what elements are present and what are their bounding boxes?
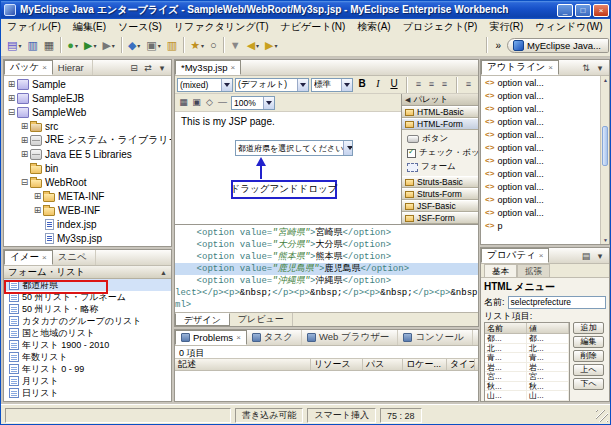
- unordered-list-icon[interactable]: ≡: [475, 78, 478, 91]
- code-line[interactable]: <option value="宮崎県">宮崎県</option>: [175, 227, 478, 239]
- column-header[interactable]: リソース: [311, 359, 363, 370]
- close-button[interactable]: ×: [593, 4, 609, 17]
- close-tab-icon[interactable]: ×: [42, 63, 47, 72]
- view-tab[interactable]: Web ブラウザー: [302, 330, 398, 345]
- menu-item[interactable]: 実行(R): [483, 20, 529, 34]
- maximize-button[interactable]: □: [575, 4, 591, 17]
- resize-grip[interactable]: [596, 410, 608, 422]
- palette-drawer-JSF-Basic[interactable]: JSF-Basic: [402, 200, 478, 212]
- palette-item-フォーム[interactable]: フォーム: [402, 160, 478, 174]
- tree-item[interactable]: ⊞ JRE システム・ライブラリー [: [4, 133, 171, 147]
- view-tab[interactable]: コンソール: [398, 330, 472, 345]
- view-tab[interactable]: イメー ×: [4, 250, 53, 265]
- list-item-row[interactable]: 都... 都...: [485, 334, 569, 344]
- form-list-item[interactable]: 日リスト: [4, 387, 171, 399]
- sort-icon[interactable]: ⇅: [579, 62, 593, 75]
- palette-item-チェック・ボックス[interactable]: チェック・ボックス: [402, 146, 478, 160]
- menu-item[interactable]: ファイル(F): [1, 20, 67, 34]
- new-web-component-icon[interactable]: ★▾: [187, 36, 207, 54]
- close-tab-icon[interactable]: ×: [230, 63, 235, 72]
- outline-item[interactable]: <> p: [481, 219, 609, 232]
- perspective-overflow-icon[interactable]: »: [493, 36, 505, 54]
- run-server-icon[interactable]: ▣▾: [143, 36, 163, 54]
- insert-hr-icon[interactable]: —: [216, 96, 229, 109]
- list-item-row[interactable]: 秋... 秋...: [485, 382, 569, 392]
- editor-tab-my3sp[interactable]: *My3sp.jsp ×: [175, 60, 241, 75]
- form-list-item[interactable]: 都道府県: [4, 279, 171, 291]
- menu-item[interactable]: プロジェクト(P): [397, 20, 484, 34]
- font-select[interactable]: (デフォルト): [235, 78, 309, 92]
- palette-item-ボタン[interactable]: ボタン: [402, 132, 478, 146]
- tree-expander-icon[interactable]: ⊞: [32, 205, 43, 215]
- insert-link-icon[interactable]: ◇: [203, 96, 216, 109]
- tree-item[interactable]: ⊞ META-INF: [4, 189, 171, 203]
- zoom-select[interactable]: 100%: [231, 96, 275, 110]
- bold-button[interactable]: B: [355, 77, 369, 92]
- palette-drawer-JSF-Form[interactable]: JSF-Form: [402, 212, 478, 224]
- menu-item[interactable]: 編集(E): [67, 20, 112, 34]
- underline-button[interactable]: U: [387, 77, 401, 92]
- form-list-item[interactable]: 年リスト 1900 - 2010: [4, 339, 171, 351]
- save-icon[interactable]: ▥: [24, 36, 40, 54]
- scrollbar-thumb[interactable]: [602, 126, 608, 166]
- form-list-item[interactable]: 月リスト: [4, 375, 171, 387]
- collapse-palette-icon[interactable]: ◀: [405, 96, 410, 104]
- palette-drawer-Struts-Basic[interactable]: Struts-Basic: [402, 176, 478, 188]
- menu-item[interactable]: 検索(A): [351, 20, 396, 34]
- column-header[interactable]: 名前: [485, 323, 527, 333]
- column-header[interactable]: パス: [363, 359, 403, 370]
- menu-item[interactable]: ナビゲート(N): [275, 20, 352, 34]
- filter-icon[interactable]: ▤: [579, 250, 593, 263]
- outline-item[interactable]: <> option val...: [481, 206, 609, 219]
- database-explorer-icon[interactable]: ▥: [164, 36, 180, 54]
- outline-item[interactable]: <> option val...: [481, 141, 609, 154]
- outline-item[interactable]: <> option val...: [481, 193, 609, 206]
- tree-item[interactable]: ⊞ src: [4, 119, 171, 133]
- palette-drawer-Struts-Form[interactable]: Struts-Form: [402, 188, 478, 200]
- insert-image-icon[interactable]: ▣: [190, 96, 203, 109]
- list-action-button[interactable]: 追加: [573, 322, 604, 334]
- tree-item[interactable]: ⊟ WebRoot: [4, 175, 171, 189]
- outline-item[interactable]: <> option val...: [481, 102, 609, 115]
- list-item-row[interactable]: 宮... 宮...: [485, 372, 569, 382]
- editor-mode-tab[interactable]: プレビュー: [230, 313, 293, 326]
- collapse-drawer-icon[interactable]: ▲: [160, 269, 167, 276]
- form-list-item[interactable]: 50 州リスト・略称: [4, 303, 171, 315]
- outline-item[interactable]: <> option val...: [481, 76, 609, 89]
- outline-item[interactable]: <> option val...: [481, 180, 609, 193]
- properties-tab[interactable]: 拡張: [517, 264, 550, 277]
- tree-item[interactable]: ⊟ SampleWeb: [4, 105, 171, 119]
- close-tab-icon[interactable]: ×: [548, 63, 553, 72]
- tree-expander-icon[interactable]: ⊟: [6, 107, 17, 117]
- column-header[interactable]: ロケー...: [403, 359, 447, 370]
- prefecture-select[interactable]: 都道府県を選択してください: [235, 140, 353, 156]
- list-item-row[interactable]: 北... 北...: [485, 344, 569, 354]
- code-line[interactable]: ml>: [175, 299, 478, 311]
- insert-table-icon[interactable]: ▦: [177, 96, 190, 109]
- form-list-item[interactable]: 50 州リスト・フルネーム: [4, 291, 171, 303]
- search-icon[interactable]: ○: [207, 36, 220, 54]
- align-left-icon[interactable]: ≡: [412, 78, 425, 91]
- tree-item[interactable]: ⊞ Java EE 5 Libraries: [4, 147, 171, 161]
- close-tab-icon[interactable]: ×: [539, 251, 544, 260]
- menu-item[interactable]: リファクタリング(T): [168, 20, 275, 34]
- scroll-up-icon[interactable]: ▲: [601, 76, 610, 84]
- last-edit-location-icon[interactable]: ▼: [227, 36, 244, 54]
- close-tab-icon[interactable]: ×: [236, 333, 241, 342]
- external-tools-icon[interactable]: ▶▾: [99, 36, 117, 54]
- view-menu-icon[interactable]: ▾: [593, 62, 607, 75]
- view-tab[interactable]: スニペ: [53, 250, 96, 265]
- column-header[interactable]: 記述: [175, 359, 311, 370]
- tree-item[interactable]: ⊞ SampleEJB: [4, 91, 171, 105]
- list-action-button[interactable]: 下へ: [573, 378, 604, 390]
- palette-drawer-HTML-Basic[interactable]: HTML-Basic: [402, 106, 478, 118]
- new-file-icon[interactable]: ▤▾: [4, 36, 24, 54]
- tree-expander-icon[interactable]: ⊞: [19, 149, 30, 159]
- form-list-item[interactable]: 年リスト 0 - 99: [4, 363, 171, 375]
- outline-item[interactable]: <> option val...: [481, 115, 609, 128]
- back-icon[interactable]: ◀▾: [244, 36, 262, 54]
- outline-scrollbar[interactable]: ▲ ▼: [600, 76, 609, 244]
- code-line[interactable]: <option value="大分県">大分県</option>: [175, 239, 478, 251]
- tree-expander-icon[interactable]: ⊟: [19, 177, 30, 187]
- tree-item[interactable]: My3sp.jsp: [4, 231, 171, 244]
